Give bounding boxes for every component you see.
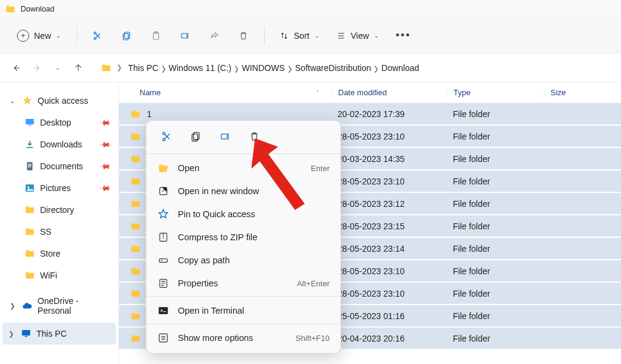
svg-rect-8 xyxy=(29,125,32,126)
sort-asc-icon: ˄ xyxy=(316,90,319,96)
folder-icon xyxy=(130,221,141,232)
sort-button[interactable]: Sort ⌄ xyxy=(274,29,324,43)
breadcrumb-segment[interactable]: Download xyxy=(380,62,420,74)
sidebar-item-label: Desktop xyxy=(40,118,71,127)
pin-icon: 📌 xyxy=(99,160,112,173)
rename-icon xyxy=(180,30,191,41)
cloud-icon xyxy=(22,300,33,311)
col-size[interactable]: Size xyxy=(544,88,621,97)
breadcrumb-segment[interactable]: SoftwareDistribution xyxy=(294,62,372,74)
rename-button[interactable] xyxy=(174,25,196,46)
view-button[interactable]: View ⌄ xyxy=(331,29,384,43)
copy-button[interactable] xyxy=(116,25,138,46)
breadcrumb-segment[interactable]: WINDOWS xyxy=(240,62,286,74)
ctx-rename-button[interactable] xyxy=(213,126,237,147)
pictures-icon xyxy=(24,183,35,194)
star-icon xyxy=(22,95,33,106)
context-menu-item[interactable]: Pin to Quick access xyxy=(146,203,341,226)
new-button[interactable]: + New ⌄ xyxy=(11,27,67,44)
file-date: 20-03-2023 14:35 xyxy=(331,154,447,164)
sidebar-item[interactable]: Store xyxy=(0,243,118,265)
file-date: 28-05-2023 23:12 xyxy=(331,199,447,209)
svg-rect-15 xyxy=(22,330,30,335)
svg-rect-24 xyxy=(159,259,167,263)
folder-icon xyxy=(130,131,141,142)
sidebar-item[interactable]: Downloads📌 xyxy=(0,133,118,155)
delete-button[interactable] xyxy=(232,25,254,46)
sidebar-onedrive[interactable]: ❯ OneDrive - Personal xyxy=(0,295,118,317)
recent-button[interactable]: ⌄ xyxy=(49,59,67,77)
svg-rect-9 xyxy=(27,162,33,170)
svg-rect-3 xyxy=(123,33,128,40)
copy-icon xyxy=(121,30,132,41)
chevron-right-icon: ❯ xyxy=(373,65,379,72)
pin-icon: 📌 xyxy=(99,116,112,129)
separator xyxy=(146,323,341,324)
breadcrumb-segment[interactable]: This PC xyxy=(127,62,160,74)
sidebar-item[interactable]: Directory xyxy=(0,199,118,221)
svg-rect-26 xyxy=(159,307,168,314)
chevron-down-icon: ⌄ xyxy=(314,32,319,39)
plus-circle-icon: + xyxy=(17,30,29,42)
context-menu-item[interactable]: Show more optionsShift+F10 xyxy=(146,326,341,349)
folder-icon xyxy=(130,176,141,187)
column-headers: Name˄ Date modified Type Size xyxy=(119,83,621,103)
sidebar-item[interactable]: SS xyxy=(0,221,118,243)
view-label: View xyxy=(351,31,369,41)
file-type: File folder xyxy=(447,221,544,231)
more-button[interactable]: ••• xyxy=(391,29,416,42)
path-icon xyxy=(157,254,169,266)
svg-rect-10 xyxy=(28,164,32,164)
chevron-right-icon: ❯ xyxy=(8,330,16,338)
col-name[interactable]: Name˄ xyxy=(119,88,331,97)
scissors-icon xyxy=(92,30,103,41)
chevron-down-icon: ⌄ xyxy=(374,32,379,39)
paste-button[interactable] xyxy=(145,25,167,46)
sidebar-this-pc[interactable]: ❯ This PC xyxy=(2,323,116,345)
cut-button[interactable] xyxy=(87,25,109,46)
shortcut-label: Enter xyxy=(311,164,330,173)
context-menu-label: Open xyxy=(178,163,199,173)
svg-rect-2 xyxy=(124,32,129,39)
sidebar-item-label: Documents xyxy=(40,161,83,171)
back-button[interactable] xyxy=(7,59,25,77)
rename-icon xyxy=(219,130,231,143)
trash-icon xyxy=(238,30,249,41)
zip-icon xyxy=(157,231,169,243)
forward-button[interactable] xyxy=(28,59,46,77)
context-menu-item[interactable]: Compress to ZIP file xyxy=(146,226,341,249)
sidebar-item[interactable]: Pictures📌 xyxy=(0,177,118,199)
col-type[interactable]: Type xyxy=(447,88,544,97)
context-menu-label: Compress to ZIP file xyxy=(178,232,257,242)
document-icon xyxy=(24,161,35,172)
context-menu-label: Pin to Quick access xyxy=(178,209,255,219)
file-type: File folder xyxy=(447,266,544,276)
up-button[interactable] xyxy=(69,59,87,77)
window-title: Download xyxy=(21,5,55,13)
ctx-copy-button[interactable] xyxy=(184,126,208,147)
svg-rect-21 xyxy=(221,134,227,139)
col-date[interactable]: Date modified xyxy=(331,88,447,97)
toolbar: + New ⌄ Sort ⌄ View ⌄ ••• xyxy=(0,18,621,53)
sidebar-item[interactable]: Desktop📌 xyxy=(0,112,118,133)
sidebar-quick-access[interactable]: ⌄ Quick access xyxy=(0,90,118,112)
ctx-cut-button[interactable] xyxy=(155,126,179,147)
context-menu-item[interactable]: PropertiesAlt+Enter xyxy=(146,272,341,295)
pin-icon: 📌 xyxy=(99,182,112,195)
folder-icon xyxy=(24,270,35,281)
sidebar-item[interactable]: WiFi xyxy=(0,265,118,286)
sidebar-item[interactable]: Documents📌 xyxy=(0,155,118,177)
separator xyxy=(146,153,341,154)
context-menu-item[interactable]: Copy as path xyxy=(146,249,341,272)
ctx-delete-button[interactable] xyxy=(242,126,266,147)
monitor-icon xyxy=(21,328,32,339)
context-menu-item[interactable]: Open in Terminal xyxy=(146,299,341,322)
folder-icon xyxy=(130,266,141,277)
share-button[interactable] xyxy=(203,25,225,46)
context-menu-item[interactable]: OpenEnter xyxy=(146,157,341,180)
context-menu-item[interactable]: Open in new window xyxy=(146,180,341,203)
context-menu-label: Copy as path xyxy=(178,255,229,265)
breadcrumb-segment[interactable]: Windows 11 (C:) xyxy=(168,62,232,74)
chevron-right-icon: ❯ xyxy=(287,65,293,72)
context-menu-iconrow xyxy=(146,121,341,152)
